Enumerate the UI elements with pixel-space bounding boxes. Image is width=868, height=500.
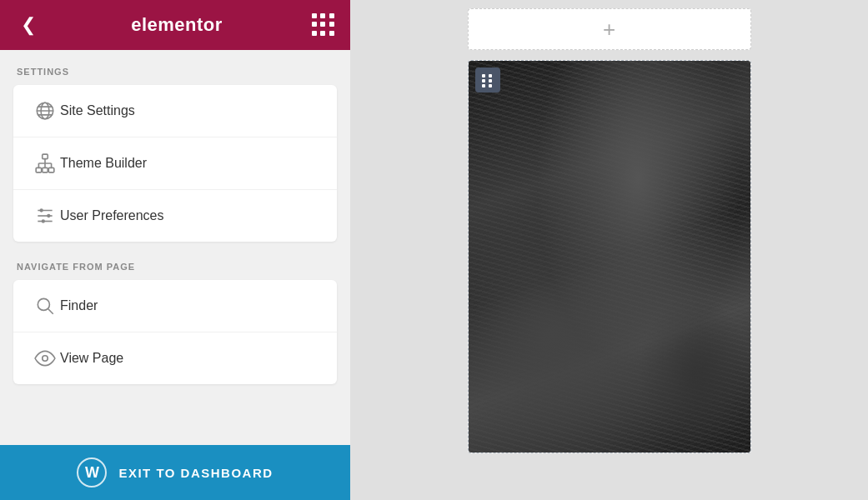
svg-point-22	[43, 356, 48, 362]
drag-handle-icon	[482, 74, 494, 86]
settings-section-label: SETTINGS	[13, 67, 337, 77]
sidebar: ❮ elementor SETTINGS	[0, 0, 350, 500]
svg-rect-8	[48, 168, 54, 172]
svg-rect-5	[43, 154, 48, 158]
view-page-label: View Page	[60, 351, 123, 366]
finder-item[interactable]: Finder	[13, 280, 337, 332]
exit-button-label: EXIT TO DASHBOARD	[118, 466, 273, 480]
back-button[interactable]: ❮	[15, 12, 42, 38]
site-settings-label: Site Settings	[60, 103, 135, 118]
svg-point-20	[38, 298, 49, 310]
hierarchy-icon	[30, 152, 60, 174]
search-icon	[30, 295, 60, 317]
finder-label: Finder	[60, 298, 98, 313]
sidebar-content: SETTINGS Site Settings	[0, 50, 350, 445]
section-image	[469, 61, 750, 452]
user-preferences-label: User Preferences	[60, 208, 164, 223]
svg-point-17	[40, 208, 43, 212]
navigate-menu-card: Finder View Page	[13, 280, 337, 384]
site-settings-item[interactable]: Site Settings	[13, 85, 337, 138]
svg-rect-6	[36, 168, 42, 172]
section-handle[interactable]	[475, 68, 500, 92]
main-canvas: +	[350, 0, 868, 500]
apps-icon[interactable]	[312, 13, 335, 37]
exit-to-dashboard-button[interactable]: W EXIT TO DASHBOARD	[0, 445, 350, 500]
svg-point-19	[42, 219, 45, 222]
sliders-icon	[30, 205, 60, 227]
logo-text: elementor	[131, 14, 223, 36]
wordpress-logo: W	[77, 458, 107, 488]
canvas-section	[468, 60, 751, 453]
add-section-plus-icon: +	[603, 17, 615, 42]
eye-icon	[30, 348, 60, 369]
svg-rect-7	[43, 168, 48, 172]
theme-builder-label: Theme Builder	[60, 156, 147, 171]
svg-line-21	[48, 309, 53, 314]
navigate-section-label: NAVIGATE FROM PAGE	[13, 262, 337, 272]
settings-menu-card: Site Settings Theme	[13, 85, 337, 242]
view-page-item[interactable]: View Page	[13, 332, 337, 384]
sidebar-header: ❮ elementor	[0, 0, 350, 50]
svg-point-18	[47, 214, 50, 218]
add-section-bar[interactable]: +	[468, 8, 751, 50]
globe-icon	[30, 100, 60, 122]
user-preferences-item[interactable]: User Preferences	[13, 190, 337, 242]
theme-builder-item[interactable]: Theme Builder	[13, 138, 337, 190]
